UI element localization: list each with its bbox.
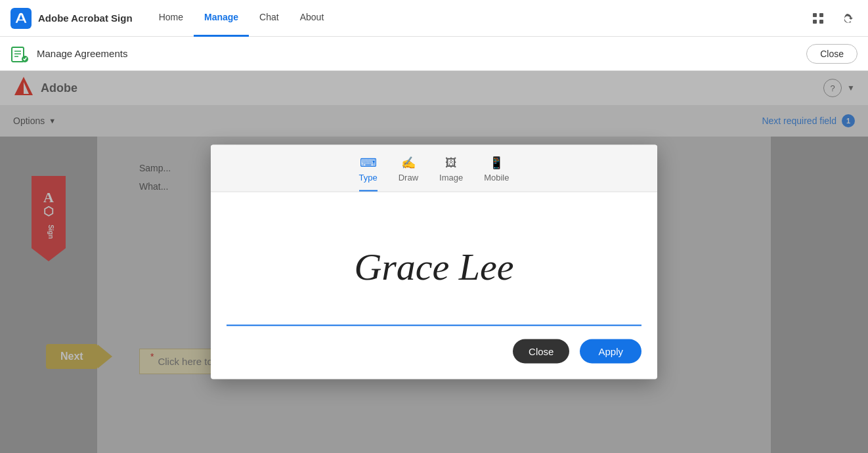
app-title: Adobe Acrobat Sign xyxy=(38,12,133,24)
nav-home[interactable]: Home xyxy=(148,0,194,37)
mobile-icon: 📱 xyxy=(489,156,504,170)
keyboard-icon: ⌨ xyxy=(360,156,377,170)
tab-type[interactable]: ⌨ Type xyxy=(359,156,378,192)
nav-manage[interactable]: Manage xyxy=(194,0,249,37)
nav-chat[interactable]: Chat xyxy=(249,0,290,37)
nav-about[interactable]: About xyxy=(290,0,335,37)
sub-nav: Manage Agreements Close xyxy=(0,37,868,71)
modal-close-button[interactable]: Close xyxy=(513,339,569,364)
tab-type-label: Type xyxy=(359,173,378,183)
modal-tab-bar: ⌨ Type ✍ Draw 🖼 Image 📱 Mobile xyxy=(211,145,657,192)
svg-rect-0 xyxy=(813,13,817,17)
close-button[interactable]: Close xyxy=(806,44,857,64)
grid-icon[interactable] xyxy=(808,8,829,29)
image-icon: 🖼 xyxy=(445,156,457,169)
tab-draw-label: Draw xyxy=(399,173,418,183)
modal-apply-button[interactable]: Apply xyxy=(580,339,641,364)
top-nav: Adobe Acrobat Sign Home Manage Chat Abou… xyxy=(0,0,868,37)
tab-mobile[interactable]: 📱 Mobile xyxy=(484,156,509,192)
main-area: Adobe ? ▼ Options ▼ Next required field … xyxy=(0,71,868,453)
svg-rect-3 xyxy=(819,20,823,24)
nav-right-icons xyxy=(808,8,857,29)
refresh-icon[interactable] xyxy=(836,8,857,29)
sub-nav-left: Manage Agreements xyxy=(11,45,127,63)
svg-rect-1 xyxy=(819,13,823,17)
svg-rect-2 xyxy=(813,20,817,24)
signature-preview: Grace Lee xyxy=(354,244,513,288)
acrobat-logo-icon xyxy=(11,8,32,29)
modal-footer: Close Apply xyxy=(211,326,657,379)
signature-modal: ⌨ Type ✍ Draw 🖼 Image 📱 Mobile Grace Lee… xyxy=(211,145,657,379)
manage-agreements-icon xyxy=(11,45,29,63)
tab-image[interactable]: 🖼 Image xyxy=(439,156,463,191)
signature-area: Grace Lee xyxy=(227,208,641,326)
sub-nav-title: Manage Agreements xyxy=(37,48,127,59)
tab-mobile-label: Mobile xyxy=(484,173,509,183)
draw-icon: ✍ xyxy=(401,156,416,170)
nav-links: Home Manage Chat About xyxy=(148,0,335,37)
tab-draw[interactable]: ✍ Draw xyxy=(399,156,418,192)
tab-image-label: Image xyxy=(439,172,463,182)
nav-logo: Adobe Acrobat Sign xyxy=(11,8,133,29)
